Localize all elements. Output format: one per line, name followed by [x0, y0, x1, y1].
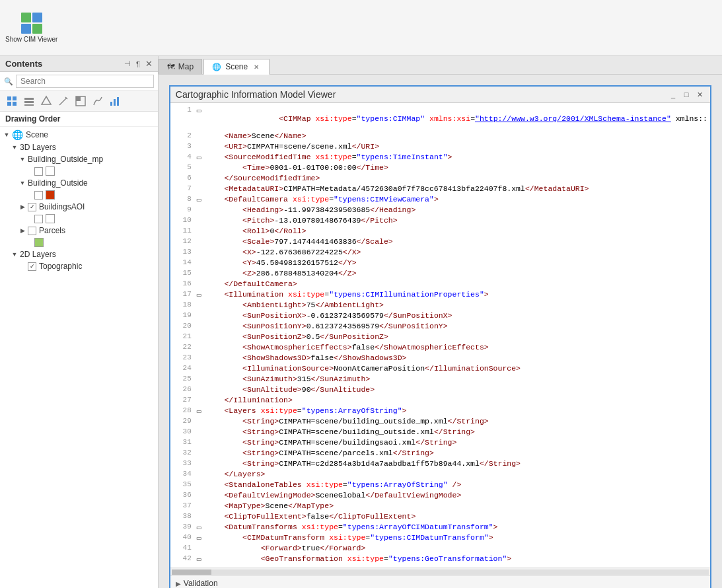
xml-line-30: 30 <String>CIMPATH=scene/building_outsid…	[170, 427, 710, 438]
scrollbar-thumb[interactable]	[172, 570, 211, 575]
tree-item-buildingsaoi[interactable]: ▶ BuildingsAOI	[0, 201, 158, 213]
expand-parcels[interactable]: ▶	[18, 227, 26, 235]
top-toolbar: Show CIM Viewer	[0, 0, 722, 56]
3dlayers-label: 3D Layers	[20, 143, 56, 152]
buildingsaoi-swatch	[46, 214, 55, 223]
tree-item-2dlayers[interactable]: ▼ 2D Layers	[0, 248, 158, 260]
xml-line-26: 26 <SunAltitude>90</SunAltitude>	[170, 385, 710, 396]
expand-line28[interactable]: ▭	[197, 406, 206, 416]
sketch-btn[interactable]	[90, 93, 106, 109]
xml-viewer[interactable]: 1 ▭ <CIMMap xsi:type="typens:CIMMap" xml…	[170, 103, 710, 568]
expand-line8[interactable]: ▭	[197, 195, 206, 204]
xml-line-25: 25 <SunAzimuth>315</SunAzimuth>	[170, 375, 710, 385]
xml-line-39: 39 ▭ <DatumTransforms xsi:type="typens:A…	[170, 523, 710, 533]
cim-viewer-icon	[21, 13, 42, 34]
svg-line-8	[59, 98, 67, 105]
tree-view[interactable]: ▼ 🌐 Scene ▼ 3D Layers ▼ Building_Outside…	[0, 127, 158, 588]
search-input[interactable]	[16, 75, 154, 88]
contents-title: Contents	[5, 59, 42, 69]
xml-line-32: 32 <String>CIMPATH=scene/parcels.xml</St…	[170, 449, 710, 459]
layout-btn[interactable]	[73, 93, 89, 109]
tree-item-parcels[interactable]: ▶ Parcels	[0, 225, 158, 237]
expand-3dlayers[interactable]: ▼	[11, 143, 18, 151]
cim-dialog-title: Cartographic Information Model Viewer	[176, 89, 336, 100]
xml-line-18: 18 <AmbientLight>75</AmbientLight>	[170, 301, 710, 311]
xml-line-34: 34 </Layers>	[170, 470, 710, 480]
tree-item-building-outside[interactable]: ▼ Building_Outside	[0, 177, 158, 189]
xml-line-4: 4 ▭ <SourceModifiedTime xsi:type="typens…	[170, 153, 710, 163]
cim-content: 1 ▭ <CIMMap xsi:type="typens:CIMMap" xml…	[170, 103, 710, 588]
tab-map[interactable]: 🗺 Map	[159, 59, 202, 74]
annotation-btn[interactable]	[38, 93, 54, 109]
standalone-tables-btn[interactable]	[21, 93, 37, 109]
dialog-restore-btn[interactable]: □	[681, 89, 692, 100]
xml-line-42: 42 ▭ <GeoTransformation xsi:type="typens…	[170, 554, 710, 565]
chart-btn[interactable]	[107, 93, 123, 109]
expand-line42[interactable]: ▭	[197, 554, 206, 564]
expand-line1[interactable]: ▭	[197, 106, 206, 115]
expand-building-outside[interactable]: ▼	[18, 179, 26, 187]
search-bar: 🔍	[0, 72, 158, 91]
panel-pin-icon2[interactable]: ¶	[136, 60, 140, 68]
dialog-close-btn[interactable]: ✕	[694, 89, 705, 100]
tree-item-parcels-color[interactable]	[0, 237, 158, 248]
buildingsaoi-color-checkbox[interactable]	[34, 215, 43, 223]
pin-icon[interactable]: ⊣	[124, 59, 131, 68]
topographic-checkbox[interactable]	[28, 262, 36, 271]
parcels-checkbox[interactable]	[28, 227, 36, 235]
tree-item-3dlayers[interactable]: ▼ 3D Layers	[0, 141, 158, 153]
xml-line-8: 8 ▭ <DefaultCamera xsi:type="typens:CIMV…	[170, 195, 710, 205]
validation-expand-icon[interactable]: ▶	[176, 580, 181, 587]
scrollbar-track[interactable]	[172, 570, 709, 575]
expand-line39[interactable]: ▭	[197, 523, 206, 532]
xml-line-33: 33 <String>CIMPATH=c2d2854a3b1d4a7aabdba…	[170, 459, 710, 470]
xml-line-31: 31 <String>CIMPATH=scene/buildingsaoi.xm…	[170, 438, 710, 449]
tab-close-icon[interactable]: ✕	[252, 62, 261, 71]
svg-rect-0	[7, 96, 11, 100]
tree-item-topographic[interactable]: ▶ Topographic	[0, 260, 158, 272]
tree-item-building-outside-color[interactable]	[0, 189, 158, 201]
map-tab-icon: 🗺	[167, 63, 174, 71]
edit-btn[interactable]	[55, 93, 71, 109]
expand-2dlayers[interactable]: ▼	[11, 250, 18, 258]
cim-dialog-titlebar: Cartographic Information Model Viewer _ …	[170, 87, 710, 103]
tab-scene-label: Scene	[225, 62, 248, 71]
tree-item-buildingsaoi-color[interactable]	[0, 213, 158, 225]
xml-line-1: 1 ▭ <CIMMap xsi:type="typens:CIMMap" xml…	[170, 106, 710, 131]
globe-icon: 🌐	[12, 129, 23, 140]
tab-map-label: Map	[178, 62, 194, 71]
tree-item-building-mp[interactable]: ▼ Building_Outside_mp	[0, 153, 158, 165]
cim-viewer-tool[interactable]: Show CIM Viewer	[5, 13, 57, 44]
expand-line4[interactable]: ▭	[197, 153, 206, 162]
search-icon: 🔍	[4, 77, 13, 86]
xml-line-16: 16 </DefaultCamera>	[170, 279, 710, 290]
parcels-swatch	[34, 238, 44, 247]
tab-scene[interactable]: 🌐 Scene ✕	[203, 59, 270, 75]
building-mp-checkbox[interactable]	[34, 167, 43, 176]
right-panel: 🗺 Map 🌐 Scene ✕ Cartographic Information…	[159, 56, 722, 588]
layer-features-btn[interactable]	[4, 93, 20, 109]
xml-line-17: 17 ▭ <Illumination xsi:type="typens:CIMI…	[170, 290, 710, 301]
expand-scene[interactable]: ▼	[3, 131, 11, 139]
expand-building-mp[interactable]: ▼	[18, 155, 26, 163]
xml-line-19: 19 <SunPositionX>-0.61237243569579</SunP…	[170, 311, 710, 322]
layer-toolbar	[0, 91, 158, 112]
dialog-minimize-btn[interactable]: _	[668, 89, 678, 100]
cim-dialog: Cartographic Information Model Viewer _ …	[169, 85, 711, 588]
xml-line-9: 9 <Heading>-11.997384239503685</Heading>	[170, 205, 710, 216]
main-layout: Contents ⊣ ¶ ✕ 🔍	[0, 56, 722, 588]
horizontal-scrollbar[interactable]	[170, 568, 710, 575]
dialog-controls: _ □ ✕	[668, 89, 705, 100]
building-outside-checkbox[interactable]	[34, 191, 43, 200]
svg-rect-4	[24, 98, 34, 100]
expand-line40[interactable]: ▭	[197, 533, 206, 542]
tree-item-building-mp-color[interactable]	[0, 165, 158, 177]
tree-item-scene[interactable]: ▼ 🌐 Scene	[0, 128, 158, 141]
expand-line17[interactable]: ▭	[197, 290, 206, 299]
close-icon[interactable]: ✕	[145, 59, 153, 69]
xml-line-40: 40 ▭ <CIMDatumTransform xsi:type="typens…	[170, 533, 710, 544]
buildingsaoi-checkbox[interactable]	[28, 203, 36, 211]
cim-viewer-label: Show CIM Viewer	[5, 35, 57, 44]
xml-line-23: 23 <ShowShadows3D>false</ShowShadows3D>	[170, 353, 710, 364]
expand-buildingsaoi[interactable]: ▶	[18, 203, 26, 211]
